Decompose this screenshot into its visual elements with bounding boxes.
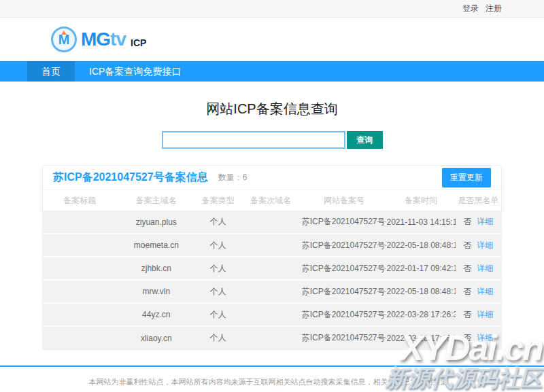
logo-text-tv: tv bbox=[110, 29, 126, 50]
table-row: moemeta.cn 个人 苏ICP备2021047527号-10 2022-0… bbox=[43, 234, 501, 257]
search-input[interactable] bbox=[162, 131, 345, 149]
detail-link[interactable]: 详细 bbox=[477, 287, 493, 296]
topbar: 登录 注册 bbox=[0, 0, 544, 18]
cell-domain: zjhbk.cn bbox=[116, 257, 197, 280]
table-row: zjhbk.cn 个人 苏ICP备2021047527号-2 2022-01-1… bbox=[43, 257, 501, 280]
detail-link[interactable]: 详细 bbox=[477, 217, 493, 226]
cell-time: 2022-05-18 08:48:15 bbox=[386, 280, 455, 303]
reset-update-button[interactable]: 重置更新 bbox=[442, 168, 491, 188]
result-count-value: 6 bbox=[243, 173, 248, 182]
cell-type: 个人 bbox=[197, 257, 240, 280]
cell-type: 个人 bbox=[197, 326, 240, 349]
cell-icp-no: 苏ICP备2021047527号-7 bbox=[302, 303, 387, 326]
cell-blacklist: 否详细 bbox=[456, 257, 501, 280]
blacklist-flag: 否 bbox=[463, 264, 471, 273]
cell-time: 2022-05-18 08:48:17 bbox=[386, 234, 455, 257]
cell-type: 个人 bbox=[197, 234, 240, 257]
nav-item-home[interactable]: 首页 bbox=[27, 61, 75, 82]
detail-link[interactable]: 详细 bbox=[477, 240, 493, 250]
cell-domain: xliaoy.cn bbox=[116, 326, 197, 349]
table-row: 44yz.cn 个人 苏ICP备2021047527号-7 2022-03-28… bbox=[43, 303, 501, 326]
detail-link[interactable]: 详细 bbox=[477, 333, 493, 342]
mgtv-circle-icon: M bbox=[51, 26, 77, 52]
search-form: 查询 bbox=[0, 131, 544, 149]
cell-title bbox=[43, 234, 116, 257]
col-header-subdomain: 备案次域名 bbox=[240, 190, 302, 211]
cell-subdomain bbox=[240, 257, 302, 280]
cell-time: 2021-11-03 14:15:11 bbox=[386, 211, 455, 234]
cell-subdomain bbox=[240, 280, 302, 303]
cell-subdomain bbox=[240, 211, 302, 234]
cell-icp-no: 苏ICP备2021047527号-1 bbox=[302, 211, 387, 234]
site-logo[interactable]: M MGtv ICP bbox=[51, 26, 146, 52]
result-title: 苏ICP备2021047527号备案信息 bbox=[53, 171, 208, 185]
site-header: M MGtv ICP bbox=[0, 18, 544, 61]
blacklist-flag: 否 bbox=[463, 217, 471, 226]
footer-disclaimer: 本网站为非赢利性站点，本网站所有内容均来源于互联网相关站点自动搜索采集信息，相关… bbox=[0, 377, 544, 387]
cell-type: 个人 bbox=[197, 211, 240, 234]
cell-title bbox=[43, 326, 116, 349]
cell-icp-no: 苏ICP备2021047527号-10 bbox=[302, 234, 387, 257]
table-row: ziyuan.plus 个人 苏ICP备2021047527号-1 2021-1… bbox=[43, 211, 501, 234]
blacklist-flag: 否 bbox=[463, 240, 471, 250]
result-panel-header: 苏ICP备2021047527号备案信息 数量：6 重置更新 bbox=[43, 166, 501, 190]
cell-time: 2022-03-28 17:26:34 bbox=[386, 303, 455, 326]
detail-link[interactable]: 详细 bbox=[477, 264, 493, 273]
page-title: 网站ICP备案信息查询 bbox=[0, 100, 544, 118]
cell-blacklist: 否详细 bbox=[456, 326, 501, 349]
cell-domain: mrw.vin bbox=[116, 280, 197, 303]
blacklist-flag: 否 bbox=[463, 310, 471, 319]
cell-type: 个人 bbox=[197, 280, 240, 303]
table-header-row: 备案标题 备案主域名 备案类型 备案次域名 网站备案号 备案时间 是否黑名单 bbox=[43, 190, 501, 211]
cell-title bbox=[43, 257, 116, 280]
result-count: 数量：6 bbox=[218, 172, 248, 183]
main-nav: 首页 ICP备案查询免费接口 bbox=[0, 61, 544, 82]
cell-subdomain bbox=[240, 234, 302, 257]
col-header-title: 备案标题 bbox=[43, 190, 116, 211]
cell-subdomain bbox=[240, 326, 302, 349]
cell-domain: ziyuan.plus bbox=[116, 211, 197, 234]
icp-table: 备案标题 备案主域名 备案类型 备案次域名 网站备案号 备案时间 是否黑名单 z… bbox=[43, 190, 501, 349]
col-header-icp-no: 网站备案号 bbox=[302, 190, 387, 211]
col-header-domain: 备案主域名 bbox=[116, 190, 197, 211]
table-row: mrw.vin 个人 苏ICP备2021047527号-8 2022-05-18… bbox=[43, 280, 501, 303]
logo-text-icp: ICP bbox=[131, 37, 146, 48]
blacklist-flag: 否 bbox=[463, 287, 471, 296]
table-row: xliaoy.cn 个人 苏ICP备2021047527号-6 2022-03-… bbox=[43, 326, 501, 349]
login-link[interactable]: 登录 bbox=[462, 3, 479, 14]
cell-blacklist: 否详细 bbox=[456, 303, 501, 326]
cell-blacklist: 否详细 bbox=[456, 280, 501, 303]
cell-icp-no: 苏ICP备2021047527号-2 bbox=[302, 257, 387, 280]
cell-domain: moemeta.cn bbox=[116, 234, 197, 257]
cell-title bbox=[43, 280, 116, 303]
logo-m-letter: M bbox=[58, 33, 70, 46]
logo-text-mg: MG bbox=[81, 29, 110, 50]
cell-blacklist: 否详细 bbox=[456, 234, 501, 257]
detail-link[interactable]: 详细 bbox=[477, 310, 493, 319]
col-header-time: 备案时间 bbox=[386, 190, 455, 211]
cell-icp-no: 苏ICP备2021047527号-6 bbox=[302, 326, 387, 349]
cell-icp-no: 苏ICP备2021047527号-8 bbox=[302, 280, 387, 303]
cell-blacklist: 否详细 bbox=[456, 211, 501, 234]
cell-domain: 44yz.cn bbox=[116, 303, 197, 326]
register-link[interactable]: 注册 bbox=[486, 3, 502, 14]
result-panel: 苏ICP备2021047527号备案信息 数量：6 重置更新 备案标题 备案主域… bbox=[42, 165, 502, 350]
result-count-label: 数量： bbox=[218, 173, 243, 182]
page-footer: 本网站为非赢利性站点，本网站所有内容均来源于互联网相关站点自动搜索采集信息，相关… bbox=[0, 366, 544, 387]
logo-orange-tip-icon bbox=[61, 31, 67, 35]
cell-subdomain bbox=[240, 303, 302, 326]
cell-time: 2022-01-17 09:42:17 bbox=[386, 257, 455, 280]
blacklist-flag: 否 bbox=[463, 333, 471, 342]
cell-title bbox=[43, 211, 116, 234]
col-header-blacklist: 是否黑名单 bbox=[456, 190, 501, 211]
col-header-type: 备案类型 bbox=[197, 190, 240, 211]
search-button[interactable]: 查询 bbox=[347, 131, 383, 149]
cell-time: 2022-03-28 17:26:33 bbox=[386, 326, 455, 349]
nav-item-icp-api[interactable]: ICP备案查询免费接口 bbox=[75, 61, 195, 82]
cell-title bbox=[43, 303, 116, 326]
cell-type: 个人 bbox=[197, 303, 240, 326]
